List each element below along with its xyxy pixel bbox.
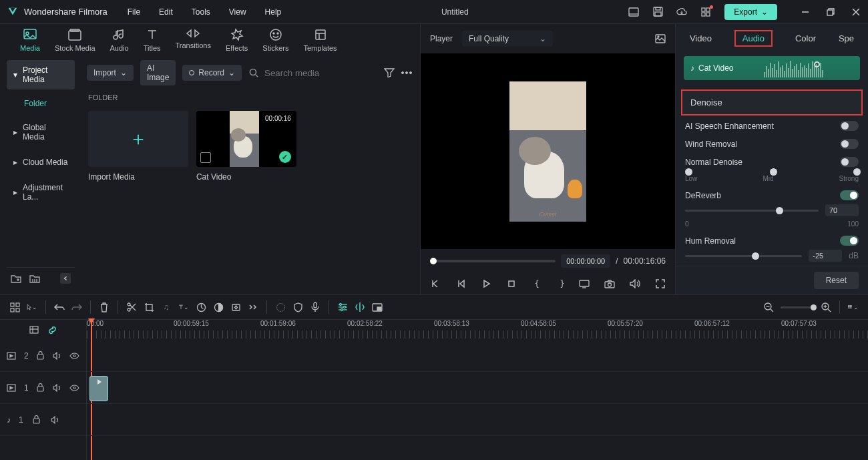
menu-edit[interactable]: Edit [159,7,173,17]
zoom-in-icon[interactable] [821,302,831,312]
timeline-grid-icon[interactable] [9,302,20,312]
hum-removal-toggle[interactable] [840,236,859,246]
menu-help[interactable]: Help [265,7,282,17]
prev-frame-icon[interactable] [430,278,441,289]
playback-scrubber[interactable] [430,260,556,262]
dereverb-slider[interactable] [685,210,819,212]
tab-audio[interactable]: Audio [110,28,129,52]
tab-stickers[interactable]: Stickers [262,28,288,52]
menu-tools[interactable]: Tools [192,7,210,17]
fullscreen-icon[interactable] [655,278,666,289]
tab-effects[interactable]: Effects [226,28,248,52]
menu-view[interactable]: View [229,7,246,17]
track-a1[interactable] [87,404,868,436]
snapshot-icon[interactable] [655,33,666,44]
tab-stock-media[interactable]: Stock Media [55,28,95,52]
timeline-clip[interactable] [89,376,108,401]
redo-icon[interactable] [71,302,82,312]
view-mode-icon[interactable]: ⌄ [848,302,859,312]
normal-denoise-toggle[interactable] [840,157,859,167]
delete-icon[interactable] [99,302,110,312]
reset-button[interactable]: Reset [814,272,859,289]
wind-removal-toggle[interactable] [840,139,859,149]
undo-icon[interactable] [54,302,65,312]
eye-icon[interactable] [69,351,79,361]
sidebar-project-media[interactable]: ▾Project Media [7,60,75,89]
split-icon[interactable] [126,302,137,312]
player-video[interactable]: Cutest [421,53,675,249]
lock-icon[interactable] [31,415,42,425]
track-v1[interactable] [87,372,868,404]
import-button[interactable]: Import⌄ [87,65,134,81]
layout-icon[interactable] [628,7,639,17]
more-tools-icon[interactable] [248,302,258,312]
pip-icon[interactable] [372,302,383,312]
menu-file[interactable]: File [128,7,140,17]
camera-icon[interactable] [604,278,615,289]
mark-in-icon[interactable]: { [531,278,542,289]
sidebar-global-media[interactable]: ▸Global Media [7,118,75,147]
eye-icon[interactable] [69,383,79,393]
filter-icon[interactable] [384,67,395,78]
mute-icon[interactable] [53,383,61,393]
tab-speed[interactable]: Spe [839,33,854,47]
clip-cat-video[interactable]: 00:00:16 ✓ Cat Video [196,111,296,182]
sidebar-adjustment-layer[interactable]: ▸Adjustment La... [7,178,75,207]
tab-transitions[interactable]: Transitions [176,28,211,52]
step-back-icon[interactable] [455,278,466,289]
lock-icon[interactable] [37,351,45,361]
more-icon[interactable] [401,67,412,78]
track-head-v1[interactable]: 1 [0,372,86,404]
tab-media[interactable]: Media [20,28,40,52]
audio-waveform[interactable]: ♪ Cat Video [684,56,860,80]
export-button[interactable]: Export ⌄ [724,4,777,20]
apps-icon[interactable] [700,7,711,17]
ai-dots-icon[interactable] [275,302,286,312]
quality-select[interactable]: Full Quality [462,31,553,47]
zoom-out-icon[interactable] [763,302,774,312]
crop-icon[interactable] [144,302,154,312]
maximize-icon[interactable] [825,7,836,17]
mark-out-icon[interactable]: } [557,278,568,289]
speed-icon[interactable] [196,302,206,312]
adjust-icon[interactable] [337,302,348,312]
import-media-card[interactable]: ＋ Import Media [88,111,188,182]
collapse-icon[interactable] [60,273,71,284]
tab-audio[interactable]: Audio [734,30,773,47]
tab-templates[interactable]: Templates [303,28,337,52]
save-icon[interactable] [652,7,663,17]
track-head-v2[interactable]: 2 [0,340,86,372]
stop-icon[interactable] [506,278,517,289]
ai-cut-icon[interactable] [355,302,365,312]
new-folder-icon[interactable] [11,273,21,284]
sidebar-cloud-media[interactable]: ▸Cloud Media [7,152,75,172]
sidebar-folder[interactable]: Folder [7,95,75,112]
track-v2[interactable] [87,340,868,372]
mic-icon[interactable] [310,302,320,312]
search-input[interactable] [264,68,377,78]
hum-removal-slider[interactable] [685,255,802,257]
cloud-icon[interactable] [676,7,687,17]
denoise-section-header[interactable]: Denoise [681,89,863,116]
lock-icon[interactable] [37,383,45,393]
mute-icon[interactable] [50,415,61,425]
dereverb-toggle[interactable] [840,190,859,200]
record-button[interactable]: Record⌄ [182,65,242,81]
ai-speech-toggle[interactable] [840,121,859,131]
zoom-slider[interactable] [781,306,814,308]
mute-icon[interactable] [53,351,61,361]
minimize-icon[interactable] [800,7,811,17]
close-icon[interactable] [851,7,861,17]
volume-icon[interactable] [630,278,640,289]
tab-titles[interactable]: Titles [144,28,161,52]
shield-icon[interactable] [292,302,303,312]
timeline-options-icon[interactable] [29,324,39,335]
play-icon[interactable] [481,278,491,289]
tab-color[interactable]: Color [795,33,816,47]
text-icon[interactable]: ⌄ [178,302,189,312]
display-icon[interactable] [579,278,590,289]
new-bin-icon[interactable] [29,273,40,284]
track-head-a1[interactable]: ♪ 1 [0,404,86,436]
hum-removal-value[interactable]: -25 [809,250,842,262]
link-icon[interactable] [47,324,58,335]
